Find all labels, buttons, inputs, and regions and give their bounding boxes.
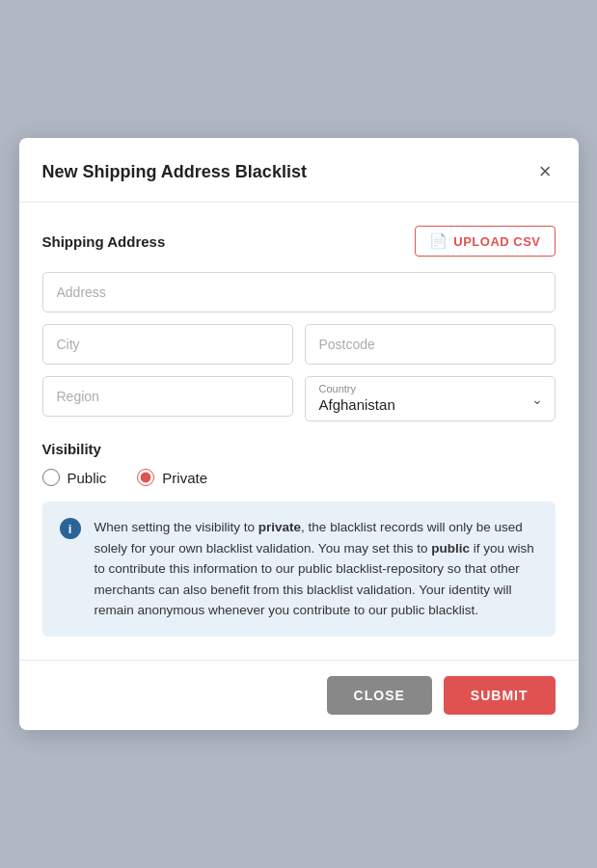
country-select-wrapper[interactable]: Country Afghanistan ⌄	[305, 376, 556, 421]
modal-body: Shipping Address 📄 UPLOAD CSV	[19, 203, 579, 637]
country-label: Country	[319, 383, 520, 394]
csv-icon: 📄	[429, 232, 448, 250]
close-button[interactable]: CLOSE	[327, 676, 432, 715]
visibility-title: Visibility	[42, 441, 556, 457]
modal-dialog: New Shipping Address Blacklist × Shippin…	[19, 138, 579, 730]
modal-header: New Shipping Address Blacklist ×	[19, 138, 579, 203]
info-icon-label: i	[68, 522, 72, 536]
upload-csv-label: UPLOAD CSV	[453, 234, 540, 249]
city-field-group	[42, 324, 293, 365]
info-icon: i	[60, 518, 81, 539]
region-country-row: Country Afghanistan ⌄	[42, 376, 556, 421]
info-box: i When setting the visibility to private…	[42, 502, 556, 637]
modal-title: New Shipping Address Blacklist	[42, 162, 307, 182]
radio-public-label[interactable]: Public	[42, 469, 107, 486]
modal-overlay: New Shipping Address Blacklist × Shippin…	[0, 0, 597, 868]
modal-close-button[interactable]: ×	[535, 159, 556, 184]
upload-csv-button[interactable]: 📄 UPLOAD CSV	[415, 226, 556, 257]
country-value: Afghanistan	[319, 396, 520, 413]
modal-footer: CLOSE SUBMIT	[19, 660, 579, 730]
radio-private-label[interactable]: Private	[137, 469, 207, 486]
country-field-group: Country Afghanistan ⌄	[305, 376, 556, 421]
visibility-section: Visibility Public Private	[42, 441, 556, 486]
address-input[interactable]	[42, 272, 556, 312]
submit-button[interactable]: SUBMIT	[444, 676, 556, 715]
postcode-input[interactable]	[305, 324, 556, 365]
postcode-field-group	[305, 324, 556, 365]
shipping-address-header: Shipping Address 📄 UPLOAD CSV	[42, 226, 556, 257]
radio-private-text: Private	[162, 470, 207, 486]
region-field-group	[42, 376, 293, 421]
shipping-address-title: Shipping Address	[42, 233, 166, 250]
country-chevron-icon: ⌄	[531, 392, 543, 407]
radio-public-text: Public	[68, 470, 107, 486]
city-input[interactable]	[42, 324, 293, 365]
city-postcode-row	[42, 324, 556, 365]
radio-public-input[interactable]	[42, 469, 60, 486]
region-input[interactable]	[42, 376, 293, 417]
radio-group: Public Private	[42, 469, 556, 486]
address-field-group	[42, 272, 556, 312]
info-box-text: When setting the visibility to private, …	[95, 517, 538, 621]
radio-private-input[interactable]	[137, 469, 154, 486]
